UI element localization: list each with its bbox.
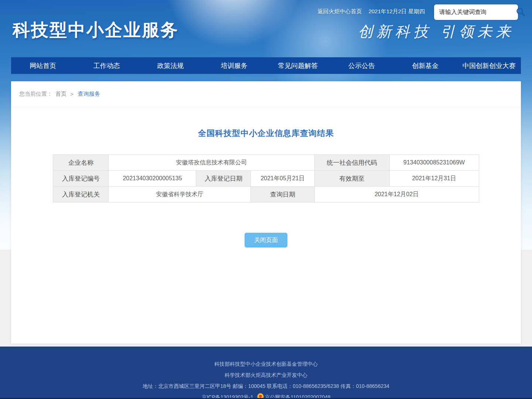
nav-item-training[interactable]: 培训服务 [202, 57, 266, 74]
credit-code-value: 91340300085231069W [389, 155, 479, 171]
registration-authority-value: 安徽省科学技术厅 [109, 187, 251, 202]
registration-no-value: 202134030200005135 [109, 171, 196, 187]
valid-until-value: 2021年12月31日 [389, 171, 479, 187]
company-name-value: 安徽塔孜信息技术有限公司 [109, 155, 314, 171]
query-date-label: 查询日期 [251, 187, 314, 202]
registration-no-label: 入库登记编号 [53, 171, 109, 187]
close-page-button[interactable]: 关闭页面 [245, 233, 287, 248]
table-row-registration: 入库登记编号 202134030200005135 入库登记日期 2021年05… [53, 171, 479, 187]
breadcrumb: 您当前位置： 首页 > 查询服务 [11, 81, 521, 107]
table-row-authority: 入库登记机关 安徽省科学技术厅 查询日期 2021年12月02日 [53, 187, 479, 202]
breadcrumb-prefix: 您当前位置： [19, 91, 52, 98]
nav-item-announcements[interactable]: 公示公告 [330, 57, 394, 74]
registration-date-label: 入库登记日期 [196, 171, 251, 187]
search-button[interactable] [516, 7, 525, 18]
registration-date-value: 2021年05月21日 [251, 171, 314, 187]
credit-code-label: 统一社会信用代码 [314, 155, 389, 171]
search-input[interactable] [439, 9, 516, 16]
breadcrumb-separator: > [70, 91, 74, 97]
close-button-area: 关闭页面 [11, 233, 521, 248]
return-torch-home-link[interactable]: 返回火炬中心首页 [317, 8, 362, 14]
site-title: 科技型中小企业服务 [13, 18, 179, 42]
footer-org-line-2: 科学技术部火炬高技术产业开发中心 [0, 369, 532, 381]
company-name-label: 企业名称 [53, 155, 109, 171]
footer-org-line-1: 科技部科技型中小企业技术创新基金管理中心 [0, 358, 532, 369]
valid-until-label: 有效期至 [314, 171, 389, 187]
query-result-table: 企业名称 安徽塔孜信息技术有限公司 统一社会信用代码 9134030008523… [53, 154, 479, 202]
nav-item-innovation-fund[interactable]: 创新基金 [393, 57, 457, 74]
nav-item-innovation-competition[interactable]: 中国创新创业大赛 [457, 57, 521, 74]
nav-item-work-news[interactable]: 工作动态 [75, 57, 139, 74]
breadcrumb-home-link[interactable]: 首页 [55, 91, 66, 98]
footer: 科技部科技型中小企业技术创新基金管理中心 科学技术部火炬高技术产业开发中心 地址… [0, 347, 532, 399]
search-box [434, 4, 518, 20]
topbar: 返回火炬中心首页2021年12月2日 星期四 [0, 8, 425, 15]
breadcrumb-current-link[interactable]: 查询服务 [78, 91, 100, 98]
page-title: 全国科技型中小企业信息库查询结果 [11, 128, 521, 139]
slogan-calligraphy: 创新科技 引领未来 [358, 21, 514, 42]
nav-item-home[interactable]: 网站首页 [11, 57, 75, 74]
content-panel: 您当前位置： 首页 > 查询服务 全国科技型中小企业信息库查询结果 企业名称 安… [11, 81, 521, 344]
main-navigation: 网站首页 工作动态 政策法规 培训服务 常见问题解答 公示公告 创新基金 中国创… [11, 57, 521, 74]
current-date-text: 2021年12月2日 星期四 [368, 8, 425, 14]
nav-item-policies[interactable]: 政策法规 [139, 57, 202, 74]
nav-item-faq[interactable]: 常见问题解答 [266, 57, 330, 74]
footer-address-line: 地址：北京市西城区三里河二区甲18号 邮编：100045 联系电话：010-88… [0, 381, 532, 392]
table-row-company: 企业名称 安徽塔孜信息技术有限公司 统一社会信用代码 9134030008523… [53, 155, 479, 171]
search-icon [516, 7, 525, 18]
query-date-value: 2021年12月02日 [314, 187, 479, 202]
registration-authority-label: 入库登记机关 [53, 187, 109, 202]
